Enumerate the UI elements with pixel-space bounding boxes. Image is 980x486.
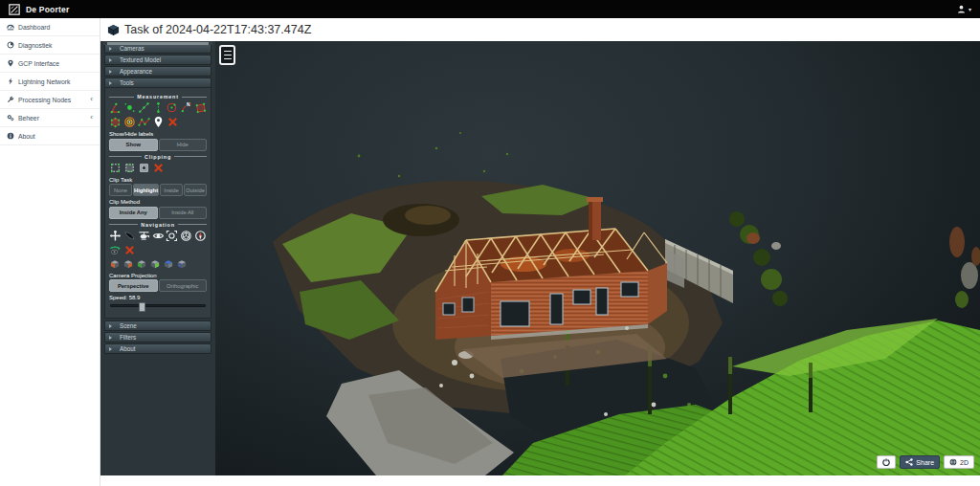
angle-measurement-icon[interactable] [109,101,122,114]
view-back-button[interactable] [149,258,161,270]
measurement-icon-row-2 [109,116,207,128]
navigation-section-header: Navigation [109,222,207,228]
helicopter-control-icon[interactable] [138,230,150,242]
camera-projection-buttons: Perspective Orthographic [109,279,207,292]
panel-filters[interactable]: Filters [104,332,212,342]
clip-task-highlight-button[interactable]: Highlight [133,184,159,196]
remove-all-icon[interactable] [123,244,136,256]
sidebar-toggle-button[interactable] [219,45,235,65]
chevron-left-icon: ‹ [90,97,93,102]
navigation-cube-icon[interactable] [180,230,192,242]
show-hide-labels-caption: Show/Hide labels [109,131,207,137]
task-title: Task of 2024-04-22T17:43:37.474Z [124,23,311,36]
speed-slider-handle[interactable] [139,302,145,312]
scrollbar-thumb[interactable] [107,42,209,45]
sidebar-item-gcp-interface[interactable]: GCP Interface [0,55,100,73]
share-button[interactable]: Share [900,455,940,469]
view-bottom-button[interactable] [176,258,188,270]
panel-scene[interactable]: Scene [104,320,212,331]
sidebar-item-diagnostiek[interactable]: Diagnostiek [0,36,100,55]
view-front-button[interactable] [136,258,147,270]
power-button[interactable] [877,455,896,469]
volume-measurement-icon[interactable] [109,116,122,128]
panel-about[interactable]: About [104,343,212,354]
application-window: De Poorter ▾ Dashboard Diagnostiek GCP I… [0,0,980,486]
remove-all-measurements-icon[interactable] [167,116,179,128]
viewer-3d: Cameras Textured Model Appearance Tools … [100,41,980,475]
view-top-button[interactable] [163,258,174,270]
clip-method-inside-any-button[interactable]: Inside Any [109,207,158,219]
view-left-button[interactable] [109,258,121,270]
sidebar-item-label: About [18,133,35,140]
bolt-icon [7,77,14,85]
toggle-2d-button[interactable]: 2D [944,455,974,469]
azimuth-measurement-icon[interactable]: N [180,101,192,114]
orbit-control-icon[interactable] [152,230,165,242]
main-sidebar: Dashboard Diagnostiek GCP Interface Ligh… [0,18,100,486]
cube-icon [107,24,120,36]
sidebar-horizontal-scrollbar[interactable] [103,41,212,45]
gears-icon [7,114,14,122]
show-labels-button[interactable]: Show [109,139,158,151]
point-cloud-render [215,41,980,475]
sidebar-item-dashboard[interactable]: Dashboard [0,18,100,36]
top-header-bar: De Poorter ▾ [0,0,980,18]
hide-labels-button[interactable]: Hide [159,139,208,151]
remove-all-clipping-icon[interactable] [152,162,165,174]
view-right-button[interactable] [122,258,134,270]
compass-icon[interactable] [194,230,207,242]
sidebar-item-label: GCP Interface [18,60,59,67]
clip-method-caption: Clip Method [109,199,207,205]
annotation-icon[interactable] [152,116,165,128]
volume-clip-icon[interactable] [109,162,122,174]
trees [729,211,788,306]
earth-control-icon[interactable] [109,230,122,242]
view-cube-row [109,258,207,270]
clipping-icon-row [109,162,207,174]
chevron-left-icon: ‹ [90,115,93,121]
distance-measurement-icon[interactable] [138,101,150,114]
panel-textured-model[interactable]: Textured Model [104,55,212,65]
clip-task-inside-button[interactable]: Inside [160,184,183,196]
sidebar-item-beheer[interactable]: Beheer ‹ [0,109,100,127]
brand-logo-icon[interactable] [9,4,20,15]
show-hide-buttons: Show Hide [109,139,207,151]
panel-appearance[interactable]: Appearance [104,66,212,77]
camera-animation-icon[interactable] [109,244,122,256]
point-measurement-icon[interactable] [123,101,136,114]
info-icon [7,132,14,140]
sidebar-item-lightning-network[interactable]: Lightning Network [0,73,100,91]
area-measurement-icon[interactable] [194,101,207,114]
user-menu[interactable]: ▾ [957,5,971,13]
panel-tools[interactable]: Tools [104,77,212,88]
task-header: Task of 2024-04-22T17:43:37.474Z [100,18,980,41]
tools-panel-body: Measurement N Sh [104,88,212,319]
speed-caption: Speed: 58.9 [109,295,207,300]
wrench-icon [7,96,14,103]
height-profile-icon[interactable] [138,116,150,128]
clip-method-inside-all-button[interactable]: Inside All [159,207,208,219]
speed-slider[interactable] [110,304,206,307]
polygon-clip-icon[interactable] [123,162,136,174]
point-cloud-canvas[interactable]: Share 2D [215,41,980,475]
clip-task-none-button[interactable]: None [109,184,132,196]
clip-task-outside-button[interactable]: Outside [184,184,207,196]
screen-clip-icon[interactable] [138,162,150,174]
perspective-button[interactable]: Perspective [109,279,158,292]
brand-name[interactable]: De Poorter [26,5,69,14]
sphere-volume-icon[interactable] [123,116,136,128]
sidebar-item-processing-nodes[interactable]: Processing Nodes ‹ [0,91,100,109]
sidebar-item-about[interactable]: About [0,127,100,145]
clip-task-caption: Clip Task [109,177,207,183]
circle-measurement-icon[interactable] [166,101,178,114]
toggle-2d-label: 2D [960,459,969,466]
potree-sidebar: Cameras Textured Model Appearance Tools … [100,41,215,475]
sidebar-item-label: Lightning Network [18,78,70,85]
diagnostics-icon [7,41,14,49]
focus-icon[interactable] [166,230,178,242]
orthographic-button[interactable]: Orthographic [159,279,208,292]
height-measurement-icon[interactable] [152,101,165,114]
fly-control-icon[interactable] [123,230,136,242]
measurement-icon-row-1: N [109,101,207,114]
navigation-icon-row-2 [109,244,207,256]
